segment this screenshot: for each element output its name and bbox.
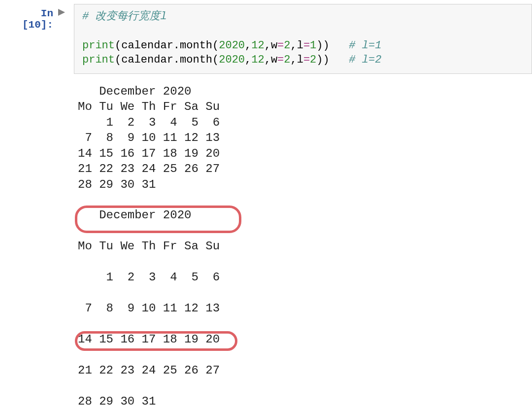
tok: w xyxy=(271,39,277,52)
cal2-title: December 2020 xyxy=(78,208,191,222)
output-area: December 2020 Mo Tu We Th Fr Sa Su 1 2 3… xyxy=(0,74,532,410)
tok: 1 xyxy=(310,39,316,52)
tok: ( xyxy=(115,39,121,52)
tok: ( xyxy=(212,54,219,66)
tok: print xyxy=(82,39,115,52)
tok: , xyxy=(291,39,297,52)
cal1-week: 7 8 9 10 11 12 13 xyxy=(78,131,220,144)
cal2-week: 21 22 23 24 25 26 27 xyxy=(78,364,220,377)
tok: month xyxy=(180,39,212,52)
code-editor[interactable]: # 改变每行宽度l print(calendar.month(2020,12,w… xyxy=(74,4,532,74)
cal2-week: 14 15 16 17 18 19 20 xyxy=(78,333,220,346)
cal1-week: 14 15 16 17 18 19 20 xyxy=(78,147,220,160)
tok: = xyxy=(303,39,310,52)
tok: 2020 xyxy=(219,39,245,52)
tok: 2 xyxy=(310,54,316,66)
tok: calendar xyxy=(121,39,173,52)
tok: , xyxy=(265,54,271,66)
cal1-week: 1 2 3 4 5 6 xyxy=(78,116,220,129)
tok: ) xyxy=(323,54,330,66)
tok: 2 xyxy=(284,39,290,52)
tok: 2 xyxy=(284,54,290,66)
code-comment: # 改变每行宽度l xyxy=(82,10,167,23)
tok: , xyxy=(265,39,271,52)
code-comment: # l=2 xyxy=(349,54,381,66)
tok: w xyxy=(271,54,277,66)
notebook-cell: In [10]: # 改变每行宽度l print(calendar.month(… xyxy=(0,0,532,410)
tok: , xyxy=(245,54,251,66)
code-cell: In [10]: # 改变每行宽度l print(calendar.month(… xyxy=(0,0,532,74)
run-cell-button[interactable] xyxy=(58,4,74,18)
cal1-week: 21 22 23 24 25 26 27 xyxy=(78,162,220,175)
tok: l xyxy=(297,39,303,52)
tok: calendar xyxy=(121,54,173,66)
tok: ( xyxy=(115,54,121,66)
tok: 12 xyxy=(251,39,264,52)
cal2-week: 1 2 3 4 5 6 xyxy=(78,271,220,284)
tok: . xyxy=(173,39,180,52)
cell-prompt: In [10]: xyxy=(0,4,58,31)
cal2-header: Mo Tu We Th Fr Sa Su xyxy=(78,239,220,253)
cal2-week: 28 29 30 31 xyxy=(78,395,156,408)
code-comment: # l=1 xyxy=(349,39,381,52)
cal1-week: 28 29 30 31 xyxy=(78,178,156,191)
tok: 12 xyxy=(251,54,264,66)
cal1-title: December 2020 xyxy=(78,85,191,98)
tok: l xyxy=(297,54,303,66)
tok: print xyxy=(82,54,115,66)
prompt-label: In [10]: xyxy=(22,8,53,31)
tok: ) xyxy=(323,39,330,52)
cal1-header: Mo Tu We Th Fr Sa Su xyxy=(78,100,220,113)
tok: month xyxy=(180,54,212,66)
tok: ) xyxy=(316,54,323,66)
tok: = xyxy=(303,54,310,66)
tok: ( xyxy=(212,39,219,52)
tok: ) xyxy=(316,39,323,52)
svg-marker-0 xyxy=(58,9,65,16)
tok: , xyxy=(245,39,251,52)
tok: = xyxy=(277,54,284,66)
tok: . xyxy=(173,54,180,66)
cal2-week: 7 8 9 10 11 12 13 xyxy=(78,302,220,315)
tok: , xyxy=(291,54,297,66)
tok: = xyxy=(277,39,284,52)
tok: 2020 xyxy=(219,54,245,66)
